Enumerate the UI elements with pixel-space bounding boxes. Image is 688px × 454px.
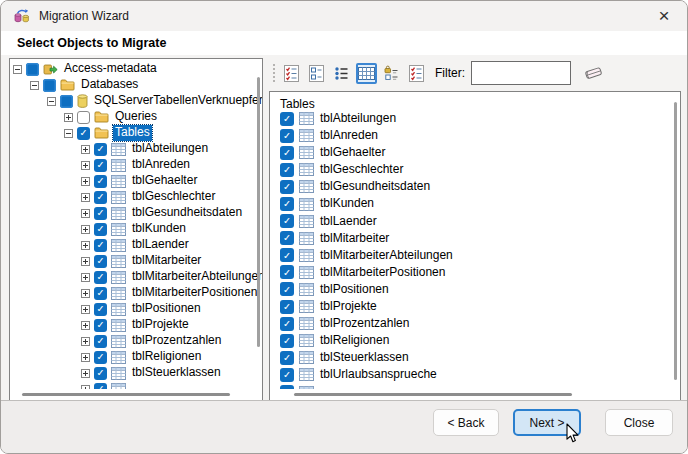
tree-node[interactable]: tblMitarbeiter [10, 253, 262, 269]
node-checkbox[interactable] [94, 143, 107, 156]
tree-node[interactable]: tblLaender [10, 237, 262, 253]
item-checkbox[interactable] [280, 265, 294, 279]
status-view-button[interactable] [406, 63, 427, 84]
list-item[interactable]: tblAbteilungen [270, 110, 680, 127]
node-checkbox[interactable] [94, 159, 107, 172]
node-label[interactable]: tblKunden [130, 221, 188, 236]
node-label[interactable]: tblGehaelter [130, 173, 199, 188]
tree-node[interactable]: Access-metadata [10, 61, 262, 77]
grouped-view-button[interactable] [381, 63, 402, 84]
tree-node[interactable]: Queries [10, 109, 262, 125]
node-checkbox[interactable] [94, 191, 107, 204]
node-label[interactable]: tblProzentzahlen [130, 333, 223, 348]
tree-expander-icon[interactable] [30, 81, 39, 90]
tree-node[interactable]: tblKunden [10, 221, 262, 237]
node-checkbox[interactable] [94, 255, 107, 268]
node-label[interactable]: tblPositionen [130, 301, 203, 316]
tree-expander-icon[interactable] [81, 369, 90, 378]
item-checkbox[interactable] [280, 197, 294, 211]
clear-filter-icon[interactable] [583, 65, 605, 81]
category-view-button[interactable] [281, 63, 302, 84]
list-item[interactable]: tblKunden [270, 195, 680, 212]
item-checkbox[interactable] [280, 163, 294, 177]
tree-expander-icon[interactable] [81, 305, 90, 314]
node-checkbox[interactable] [94, 303, 107, 316]
node-checkbox[interactable] [94, 287, 107, 300]
tree-node[interactable]: tblSteuerklassen [10, 365, 262, 381]
item-checkbox[interactable] [280, 334, 294, 348]
node-label[interactable]: Access-metadata [62, 61, 159, 76]
tree-expander-icon[interactable] [81, 177, 90, 186]
tree-expander-icon[interactable] [81, 241, 90, 250]
close-button[interactable]: Close [605, 409, 673, 436]
tree-node[interactable]: tblMitarbeiterAbteilungen [10, 269, 262, 285]
filter-input[interactable] [471, 61, 571, 85]
tree-vscrollbar-thumb[interactable] [257, 77, 260, 347]
list-item[interactable]: tblPositionen [270, 281, 680, 298]
item-checkbox[interactable] [280, 300, 294, 314]
tree-node[interactable]: Tables [10, 125, 262, 141]
list-hscrollbar-thumb[interactable] [294, 393, 572, 396]
node-checkbox[interactable] [94, 271, 107, 284]
tree-node[interactable]: SQLServerTabellenVerknuepfer [10, 93, 262, 109]
node-checkbox[interactable] [26, 63, 39, 76]
tree-expander-icon[interactable] [81, 225, 90, 234]
close-window-button[interactable]: × [641, 1, 687, 31]
tree-expander-icon[interactable] [81, 145, 90, 154]
item-checkbox[interactable] [280, 180, 294, 194]
tree-node[interactable]: tblMitarbeiterPositionen [10, 285, 262, 301]
node-checkbox[interactable] [77, 127, 90, 140]
item-checkbox[interactable] [280, 214, 294, 228]
node-label[interactable]: SQLServerTabellenVerknuepfer [92, 93, 263, 108]
tree-node[interactable]: tblGehaelter [10, 173, 262, 189]
item-checkbox[interactable] [280, 368, 294, 382]
tree-node[interactable]: tblAnreden [10, 157, 262, 173]
item-checkbox[interactable] [280, 112, 294, 126]
list-item[interactable]: tblGehaelter [270, 144, 680, 161]
node-checkbox[interactable] [94, 351, 107, 364]
node-label[interactable]: tblAnreden [130, 157, 192, 172]
node-checkbox[interactable] [94, 319, 107, 332]
tree-expander-icon[interactable] [81, 193, 90, 202]
list-item[interactable]: tblLaender [270, 213, 680, 230]
tree-expander-icon[interactable] [81, 353, 90, 362]
node-checkbox[interactable] [94, 367, 107, 380]
tree-node[interactable]: tblAbteilungen [10, 141, 262, 157]
back-button[interactable]: < Back [433, 409, 499, 436]
item-checkbox[interactable] [280, 146, 294, 160]
node-checkbox[interactable] [94, 223, 107, 236]
list-vscrollbar-thumb[interactable] [674, 102, 677, 380]
node-label[interactable]: tblMitarbeiterPositionen [130, 285, 259, 300]
list-item[interactable]: tblAnreden [270, 127, 680, 144]
item-checkbox[interactable] [280, 231, 294, 245]
tree-expander-icon[interactable] [64, 129, 73, 138]
tree-node[interactable]: tblPositionen [10, 301, 262, 317]
tree-node[interactable]: tblProzentzahlen [10, 333, 262, 349]
node-checkbox[interactable] [43, 79, 56, 92]
node-label[interactable]: tblAbteilungen [130, 141, 210, 156]
tree-expander-icon[interactable] [81, 321, 90, 330]
grid-view-button[interactable] [356, 63, 377, 84]
list-item[interactable]: tblGeschlechter [270, 161, 680, 178]
node-label[interactable]: tblLaender [130, 237, 191, 252]
checkbox-list-view-button[interactable] [306, 63, 327, 84]
tree-expander-icon[interactable] [81, 337, 90, 346]
item-checkbox[interactable] [280, 248, 294, 262]
node-label[interactable]: tblSteuerklassen [130, 365, 223, 380]
list-item[interactable]: tblMitarbeiter [270, 230, 680, 247]
node-label[interactable]: tblProjekte [130, 317, 191, 332]
tree-expander-icon[interactable] [13, 65, 22, 74]
node-label[interactable]: Databases [79, 77, 140, 92]
tree-expander-icon[interactable] [81, 289, 90, 298]
node-label[interactable]: tblMitarbeiterAbteilungen [130, 269, 263, 284]
node-checkbox[interactable] [60, 95, 73, 108]
item-checkbox[interactable] [280, 129, 294, 143]
item-checkbox[interactable] [280, 317, 294, 331]
list-item[interactable]: tblMitarbeiterAbteilungen [270, 247, 680, 264]
list-item[interactable]: tblSteuerklassen [270, 349, 680, 366]
tree-node[interactable]: tblGesundheitsdaten [10, 205, 262, 221]
node-label[interactable]: tblMitarbeiter [130, 253, 203, 268]
node-label[interactable]: tblGeschlechter [130, 189, 217, 204]
list-item[interactable]: tblReligionen [270, 332, 680, 349]
list-item[interactable]: tblProjekte [270, 298, 680, 315]
